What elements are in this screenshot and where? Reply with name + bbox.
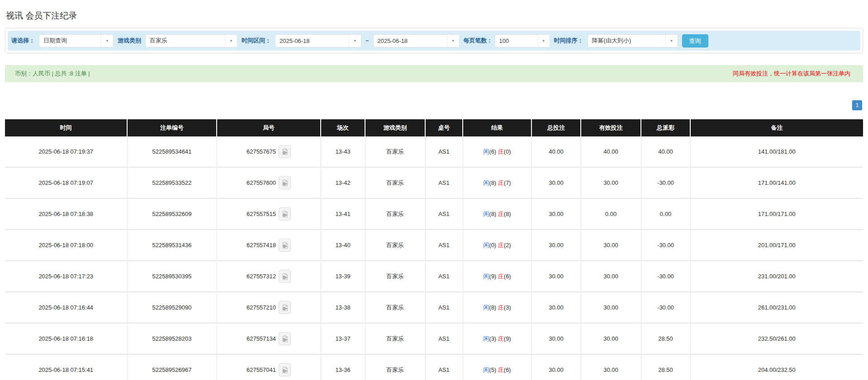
cell-valid-bet: 30.00 — [581, 354, 641, 380]
time-sort-value[interactable]: 降冪(由大到小) — [588, 35, 665, 47]
cell-time: 2025-06-18 07:16:44 — [5, 292, 127, 323]
video-replay-button[interactable] — [279, 145, 291, 158]
video-replay-button[interactable] — [279, 207, 291, 220]
cell-remark: 201.00/171.00 — [690, 230, 863, 261]
video-replay-button[interactable] — [279, 363, 291, 376]
result-player-score: (6) — [489, 148, 496, 155]
cell-total-bet-link[interactable]: 30.00 — [531, 230, 581, 261]
result-banker-score: (9) — [504, 335, 511, 342]
cell-remark: 232.50/261.00 — [690, 323, 863, 354]
chevron-down-icon[interactable]: ▼ — [101, 35, 113, 47]
result-player-score: (5) — [489, 366, 496, 373]
cell-total-bet-link[interactable]: 30.00 — [531, 323, 581, 354]
cell-bet-no: 522589529090 — [127, 292, 217, 323]
cell-total-bet-link[interactable]: 30.00 — [531, 292, 581, 323]
result-banker-label: 庄 — [498, 366, 504, 373]
cell-payout: -30.00 — [641, 261, 690, 292]
round-no-text: 627557041 — [247, 366, 276, 373]
date-to-value[interactable]: 2025-06-18 — [374, 35, 447, 47]
cell-table-no: AS1 — [425, 354, 463, 380]
video-replay-button[interactable] — [279, 332, 291, 345]
cell-total-bet-link[interactable]: 30.00 — [531, 198, 581, 230]
cell-valid-bet: 0.00 — [581, 198, 641, 230]
chevron-down-icon[interactable]: ▼ — [665, 35, 678, 47]
query-type-value[interactable]: 日期查询 — [39, 35, 101, 47]
cell-valid-bet: 30.00 — [581, 261, 641, 292]
date-to-select[interactable]: 2025-06-18 ▼ — [373, 34, 460, 47]
cell-remark: 204.00/232.50 — [690, 354, 863, 380]
cell-time: 2025-06-18 07:18:38 — [5, 198, 127, 230]
video-file-icon — [281, 273, 289, 280]
cell-time: 2025-06-18 07:19:07 — [5, 167, 127, 198]
chevron-down-icon[interactable]: ▼ — [349, 35, 361, 47]
query-type-select[interactable]: 日期查询 ▼ — [39, 34, 114, 47]
cell-game-type: 百家乐 — [365, 292, 425, 323]
chevron-down-icon[interactable]: ▼ — [225, 35, 237, 47]
page-1-button[interactable]: 1 — [852, 100, 862, 110]
cell-valid-bet: 30.00 — [581, 292, 641, 323]
video-file-icon — [281, 304, 289, 311]
cell-result: 闲(8) 庄(3) — [463, 292, 531, 323]
cell-bet-no: 522589532609 — [127, 198, 217, 230]
result-banker-label: 庄 — [498, 273, 504, 280]
time-sort-select[interactable]: 降冪(由大到小) ▼ — [588, 34, 678, 47]
cell-total-bet-link[interactable]: 40.00 — [531, 136, 581, 167]
cell-remark: 171.00/141.00 — [690, 167, 863, 198]
cell-time: 2025-06-18 07:16:18 — [5, 323, 127, 354]
cell-total-bet-link[interactable]: 30.00 — [531, 261, 581, 292]
cell-result: 闲(9) 庄(6) — [463, 261, 531, 292]
result-player-label: 闲 — [483, 304, 489, 311]
cell-game-type: 百家乐 — [365, 167, 425, 198]
page-title: 视讯 会员下注纪录 — [6, 10, 863, 22]
cell-time: 2025-06-18 07:18:00 — [5, 230, 127, 261]
cell-table-no: AS1 — [425, 230, 463, 261]
cell-result: 闲(8) 庄(7) — [463, 167, 531, 198]
video-replay-button[interactable] — [279, 301, 291, 314]
page-size-value[interactable]: 100 — [495, 35, 537, 47]
table-row: 2025-06-18 07:17:23 522589530395 6275573… — [5, 261, 863, 292]
video-file-icon — [281, 211, 289, 218]
cell-table-no: AS1 — [425, 198, 463, 230]
page-size-select[interactable]: 100 ▼ — [495, 34, 550, 47]
cell-valid-bet: 30.00 — [581, 167, 641, 198]
currency-total-text: 币别：人民币 | 总共 :8 注单 | — [15, 70, 90, 78]
date-range-label: 时间区间： — [242, 37, 271, 45]
header-result: 结果 — [463, 119, 531, 136]
cell-bet-no: 522589534641 — [127, 136, 217, 167]
cell-time: 2025-06-18 07:15:41 — [5, 354, 127, 380]
cell-valid-bet: 40.00 — [581, 136, 641, 167]
cell-valid-bet: 30.00 — [581, 323, 641, 354]
header-round-no: 局号 — [217, 119, 321, 136]
cell-remark: 231.00/201.00 — [690, 261, 863, 292]
cell-round-no: 627557515 — [217, 198, 321, 230]
chevron-down-icon[interactable]: ▼ — [537, 35, 550, 47]
cell-payout: -30.00 — [641, 167, 690, 198]
cell-round-no: 627557312 — [217, 261, 321, 292]
table-row: 2025-06-18 07:18:00 522589531436 6275574… — [5, 230, 863, 261]
filter-panel: 请选择： 日期查询 ▼ 游戏类别 百家乐 ▼ 时间区间： 2025-06-18 … — [5, 28, 863, 53]
round-no-text: 627557675 — [247, 148, 276, 155]
header-payout: 总派彩 — [641, 119, 690, 136]
video-replay-button[interactable] — [279, 176, 291, 189]
cell-total-bet-link[interactable]: 30.00 — [531, 167, 581, 198]
video-replay-button[interactable] — [279, 270, 291, 283]
result-player-label: 闲 — [483, 335, 489, 342]
cell-valid-bet: 30.00 — [581, 230, 641, 261]
date-from-select[interactable]: 2025-06-18 ▼ — [275, 34, 361, 47]
cell-round-no: 627557041 — [217, 354, 321, 380]
header-session: 场次 — [321, 119, 365, 136]
header-game-type: 游戏类别 — [365, 119, 425, 136]
cell-game-type: 百家乐 — [365, 323, 425, 354]
video-replay-button[interactable] — [279, 239, 291, 252]
result-banker-label: 庄 — [498, 335, 504, 342]
cell-game-type: 百家乐 — [365, 261, 425, 292]
game-type-value[interactable]: 百家乐 — [146, 35, 225, 47]
game-type-select[interactable]: 百家乐 ▼ — [145, 34, 237, 47]
date-range-tilde: ~ — [365, 38, 369, 44]
date-from-value[interactable]: 2025-06-18 — [275, 35, 349, 47]
chevron-down-icon[interactable]: ▼ — [447, 35, 459, 47]
cell-total-bet-link[interactable]: 30.00 — [531, 354, 581, 380]
cell-table-no: AS1 — [425, 323, 463, 354]
search-button[interactable]: 查询 — [682, 34, 708, 47]
video-file-icon — [281, 148, 289, 155]
